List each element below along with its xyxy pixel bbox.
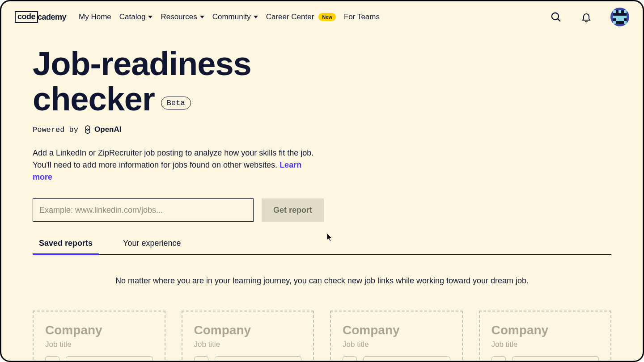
- input-row: Get report: [33, 198, 611, 222]
- card-company: Company: [491, 323, 599, 337]
- openai-logo: OpenAI: [83, 125, 121, 135]
- nav-links: My Home Catalog Resources Community Care…: [79, 13, 380, 21]
- card-jobtitle: Job title: [491, 340, 599, 349]
- placeholder-card: Company Job title: [330, 311, 463, 362]
- chevron-down-icon: [254, 16, 258, 18]
- nav-catalog[interactable]: Catalog: [119, 13, 153, 21]
- logo-right: cademy: [38, 13, 66, 22]
- card-company: Company: [343, 323, 450, 337]
- placeholder-cards: Company Job title Company Job title Comp…: [33, 311, 611, 362]
- openai-icon: [83, 125, 93, 135]
- page-title-line2: checker: [33, 81, 155, 117]
- nav-career-center[interactable]: Career CenterNew: [266, 13, 336, 21]
- nav-for-teams[interactable]: For Teams: [344, 13, 380, 21]
- new-badge: New: [318, 13, 336, 21]
- page-title-line1: Job-readiness: [33, 46, 611, 81]
- nav-my-home[interactable]: My Home: [79, 13, 111, 21]
- get-report-button[interactable]: Get report: [262, 198, 324, 222]
- tabs: Saved reports Your experience: [33, 239, 611, 255]
- nav-community[interactable]: Community: [212, 13, 258, 21]
- logo-left: code: [15, 11, 38, 23]
- main-content: Job-readiness checker Beta Powered by Op…: [1, 33, 643, 362]
- bell-icon[interactable]: [580, 11, 593, 23]
- card-company: Company: [194, 323, 302, 337]
- logo[interactable]: codecademy: [15, 11, 66, 23]
- avatar-image: [613, 10, 627, 24]
- card-company: Company: [45, 323, 153, 337]
- journey-text: No matter where you are in your learning…: [33, 276, 611, 286]
- avatar[interactable]: [610, 8, 629, 26]
- card-jobtitle: Job title: [343, 340, 450, 349]
- card-jobtitle: Job title: [45, 340, 153, 349]
- chevron-down-icon: [200, 16, 204, 18]
- placeholder-card: Company Job title: [479, 311, 612, 362]
- nav-resources[interactable]: Resources: [161, 13, 204, 21]
- card-jobtitle: Job title: [194, 340, 302, 349]
- job-url-input[interactable]: [33, 198, 254, 222]
- placeholder-card: Company Job title: [182, 311, 314, 362]
- description: Add a LinkedIn or ZipRecruiter job posti…: [33, 147, 319, 183]
- chevron-down-icon: [148, 16, 153, 18]
- placeholder-card: Company Job title: [33, 311, 165, 362]
- powered-by: Powered by OpenAI: [33, 125, 611, 135]
- tab-saved-reports[interactable]: Saved reports: [33, 239, 99, 254]
- tab-your-experience[interactable]: Your experience: [117, 239, 187, 254]
- search-icon[interactable]: [550, 11, 562, 23]
- svg-point-0: [552, 13, 559, 20]
- svg-line-1: [558, 19, 560, 21]
- beta-badge: Beta: [161, 97, 191, 109]
- top-nav: codecademy My Home Catalog Resources Com…: [1, 1, 643, 33]
